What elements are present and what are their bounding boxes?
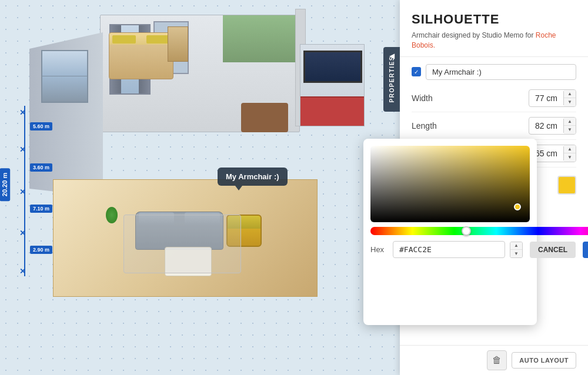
length-down-btn[interactable]: ▼ bbox=[564, 126, 576, 134]
x-mark-4: ✕ bbox=[19, 229, 26, 237]
area-rug bbox=[123, 215, 241, 273]
hex-row: Hex ▲ ▼ CANCEL APPLY bbox=[370, 241, 588, 258]
sub-measure-2: 3.60 m bbox=[30, 163, 52, 172]
x-mark-1: ✕ bbox=[19, 109, 26, 116]
length-label: Length bbox=[412, 121, 453, 130]
color-picker-dot bbox=[514, 203, 521, 210]
color-picker-popup: Hex ▲ ▼ CANCEL APPLY bbox=[363, 139, 537, 325]
checkbox-check-icon: ✓ bbox=[414, 69, 419, 75]
color-gradient-box[interactable] bbox=[370, 146, 530, 222]
plant-pot bbox=[106, 207, 118, 223]
apply-button[interactable]: APPLY bbox=[583, 242, 588, 258]
bed bbox=[109, 32, 173, 79]
panel-header: SILHOUETTE Armchair designed by Studio M… bbox=[400, 0, 588, 57]
name-row: ✓ bbox=[400, 57, 588, 85]
kitchen-island-red bbox=[300, 96, 364, 126]
width-value[interactable]: 77 cm bbox=[529, 91, 564, 105]
floor-plan-area: My Armchair :) ✕ ✕ ✕ ✕ ✕ 5.60 m 3.60 m 7… bbox=[0, 0, 412, 375]
left-wall bbox=[29, 32, 103, 197]
length-up-btn[interactable]: ▲ bbox=[564, 118, 576, 126]
tv-screen bbox=[305, 52, 360, 81]
room-3d-view bbox=[29, 9, 376, 309]
tv bbox=[303, 51, 362, 83]
hex-up-btn[interactable]: ▲ bbox=[510, 242, 522, 250]
dining-table bbox=[241, 103, 288, 132]
plant-shelf bbox=[223, 15, 299, 62]
hex-spinner: ▲ ▼ bbox=[510, 242, 523, 258]
properties-tab-label: PROPERTIES bbox=[389, 56, 395, 102]
trash-icon: 🗑 bbox=[492, 355, 502, 366]
height-down-btn[interactable]: ▼ bbox=[564, 153, 576, 162]
sub-measure-1: 5.60 m bbox=[30, 122, 52, 130]
hue-handle bbox=[462, 226, 471, 236]
kitchen-area bbox=[300, 44, 365, 126]
tooltip-arrow bbox=[235, 186, 242, 190]
length-row: Length 82 cm ▲ ▼ bbox=[412, 112, 576, 140]
width-label: Width bbox=[412, 93, 453, 103]
width-up-btn[interactable]: ▲ bbox=[564, 90, 576, 98]
x-mark-2: ✕ bbox=[19, 146, 26, 153]
subtitle-text-1: Armchair designed by Studio bbox=[412, 31, 502, 39]
width-input-group: 77 cm ▲ ▼ bbox=[529, 89, 576, 107]
x-mark-5: ✕ bbox=[19, 267, 26, 275]
length-input-group: 82 cm ▲ ▼ bbox=[529, 117, 576, 135]
sub-measure-4: 2.90 m bbox=[30, 246, 52, 254]
window-pane-bot bbox=[42, 76, 87, 102]
window-pane-top bbox=[42, 51, 87, 76]
pillow-yellow-1 bbox=[112, 35, 136, 43]
picker-middle-row: Hex ▲ ▼ CANCEL APPLY bbox=[370, 227, 530, 313]
measurements-overlay: ✕ ✕ ✕ ✕ ✕ 5.60 m 3.60 m 7.10 m 2.90 m 20… bbox=[9, 59, 18, 229]
cancel-button[interactable]: CANCEL bbox=[530, 242, 576, 258]
hex-input[interactable] bbox=[393, 241, 505, 258]
bedroom-area bbox=[100, 15, 188, 109]
x-mark-3: ✕ bbox=[19, 188, 26, 196]
width-down-btn[interactable]: ▼ bbox=[564, 98, 576, 106]
width-spinners: ▲ ▼ bbox=[564, 90, 576, 106]
left-window bbox=[41, 50, 88, 103]
panel-subtitle: Armchair designed by Studio Memo for Roc… bbox=[412, 31, 576, 51]
pillow-yellow-2 bbox=[146, 35, 170, 43]
armchair-tooltip-text: My Armchair :) bbox=[226, 172, 279, 181]
delete-button[interactable]: 🗑 bbox=[487, 350, 507, 370]
fabric-color-swatch[interactable] bbox=[557, 176, 576, 195]
name-checkbox[interactable]: ✓ bbox=[412, 67, 421, 76]
main-measure-label: 20.20 m bbox=[0, 168, 10, 201]
dining-table-area bbox=[235, 97, 294, 144]
hex-down-btn[interactable]: ▼ bbox=[510, 250, 522, 257]
height-spinners: ▲ ▼ bbox=[564, 145, 576, 162]
subtitle-text-2: Memo for bbox=[504, 31, 534, 39]
length-spinners: ▲ ▼ bbox=[564, 118, 576, 134]
hue-slider[interactable] bbox=[370, 227, 588, 235]
hex-label: Hex bbox=[370, 245, 388, 254]
auto-layout-button[interactable]: AUTO LAYOUT bbox=[512, 352, 576, 369]
bottom-toolbar: 🗑 AUTO LAYOUT bbox=[400, 345, 588, 375]
properties-tab[interactable]: ◀ PROPERTIES bbox=[383, 47, 400, 112]
dresser bbox=[168, 26, 188, 62]
armchair-tooltip: My Armchair :) bbox=[218, 168, 288, 190]
height-up-btn[interactable]: ▲ bbox=[564, 145, 576, 153]
sub-measure-3: 7.10 m bbox=[30, 205, 52, 213]
panel-title: SILHOUETTE bbox=[412, 12, 576, 27]
picker-left-col: Hex ▲ ▼ CANCEL APPLY bbox=[370, 227, 588, 313]
length-value[interactable]: 82 cm bbox=[529, 119, 564, 133]
armchair-name-input[interactable] bbox=[426, 64, 576, 80]
main-measure-line: ✕ ✕ ✕ ✕ ✕ 5.60 m 3.60 m 7.10 m 2.90 m 20… bbox=[21, 106, 30, 276]
width-row: Width 77 cm ▲ ▼ bbox=[412, 85, 576, 112]
